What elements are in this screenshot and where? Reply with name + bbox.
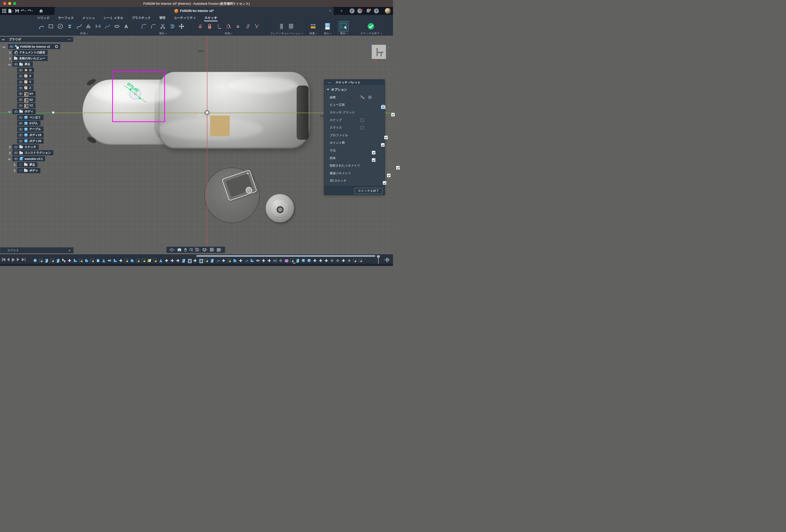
timeline-feature-icon[interactable] [102, 258, 106, 262]
option-control[interactable] [381, 106, 385, 109]
timeline-feature-icon[interactable] [261, 258, 265, 262]
visibility-eye-icon[interactable] [19, 104, 23, 107]
diameter-dimension[interactable]: Ø70.00 [113, 78, 153, 108]
browser-tree-row[interactable]: 原点 [0, 62, 60, 67]
orbit-icon[interactable]: ▾ [170, 248, 175, 252]
rectangle-tool-icon[interactable] [47, 22, 54, 30]
browser-tree-row[interactable]: FUISON for Interior v2 [0, 44, 60, 49]
ribbon-tab[interactable]: シート メタル [99, 16, 128, 20]
browser-tree-row[interactable]: YZ [0, 103, 60, 108]
ribbon-tab[interactable]: メッシュ [78, 16, 99, 20]
equal-constraint-icon[interactable] [234, 22, 242, 30]
browser-tree-row[interactable]: 名前の付いたビュー [0, 56, 60, 61]
finish-sketch-check-icon[interactable] [367, 22, 375, 30]
option-control[interactable] [391, 113, 393, 116]
measure-tool-icon[interactable] [309, 22, 317, 30]
browser-panel-header[interactable]: ◀◀ ブラウザ — [0, 37, 73, 42]
configure-feature-icon[interactable] [278, 22, 285, 30]
close-tab-icon[interactable]: × [329, 8, 331, 13]
create-group-label[interactable]: 作成 ▾ [80, 31, 88, 35]
timeline-feature-icon[interactable] [296, 258, 300, 262]
slot-tool-icon[interactable] [113, 22, 121, 30]
timeline-feature-icon[interactable] [119, 258, 123, 262]
project-geometry-icon[interactable] [66, 22, 73, 30]
save-icon[interactable] [14, 8, 20, 14]
visibility-eye-icon[interactable] [19, 69, 23, 71]
expand-collapse-arrow[interactable] [8, 63, 10, 65]
lock-constraint-icon[interactable] [206, 22, 213, 30]
expand-collapse-arrow[interactable] [13, 140, 15, 142]
finish-sketch-button[interactable]: スケッチを終了 [354, 188, 383, 194]
timeline-feature-icon[interactable] [319, 258, 323, 262]
option-control[interactable] [383, 181, 386, 185]
timeline-feature-icon[interactable] [136, 258, 140, 262]
comments-panel[interactable]: コメント + [0, 247, 74, 253]
timeline-feature-icon[interactable] [199, 258, 203, 262]
circle-tool-icon[interactable] [56, 22, 64, 30]
expand-collapse-arrow[interactable] [13, 116, 15, 118]
timeline-feature-icon[interactable] [330, 258, 334, 262]
timeline-feature-icon[interactable] [227, 258, 231, 262]
grid-display-icon[interactable]: ▾ [210, 248, 215, 252]
timeline-feature-icon[interactable] [33, 258, 37, 262]
timeline-feature-icon[interactable] [267, 258, 271, 262]
select-group-label[interactable]: 選択 ▾ [340, 31, 347, 35]
data-panel-grid-icon[interactable] [1, 8, 7, 14]
visibility-eye-icon[interactable] [19, 128, 23, 131]
viewcube-z-axis-label[interactable]: Z [368, 43, 370, 46]
visibility-eye-icon[interactable] [19, 75, 23, 77]
ribbon-tab[interactable]: ユーティリティ [170, 16, 200, 20]
minimize-palette-icon[interactable]: — [328, 82, 331, 84]
timeline-feature-icon[interactable] [233, 258, 237, 262]
visibility-eye-icon[interactable] [19, 92, 23, 95]
visibility-eye-icon[interactable] [14, 110, 18, 113]
viewcube-y-axis-label[interactable]: Y [388, 46, 390, 50]
move-copy-icon[interactable] [178, 22, 185, 30]
timeline-position-marker[interactable] [377, 255, 380, 264]
visibility-eye-icon[interactable] [14, 152, 18, 154]
timeline-feature-icon[interactable] [256, 258, 260, 262]
constraints-group-label[interactable]: 拘束 ▾ [225, 31, 232, 35]
arc-tool-icon[interactable] [38, 22, 45, 30]
timeline-feature-icon[interactable] [245, 258, 248, 262]
timeline-feature-icon[interactable] [279, 258, 283, 262]
parallel-constraint-icon[interactable] [244, 22, 251, 30]
timeline-feature-icon[interactable] [273, 258, 277, 262]
browser-tree-row[interactable]: コンストラクション [0, 150, 60, 155]
timeline-feature-icon[interactable] [73, 258, 77, 262]
timeline-feature-icon[interactable] [341, 258, 345, 262]
skip-to-end-button[interactable] [22, 258, 25, 261]
redo-icon[interactable]: ▾ [27, 8, 33, 14]
browser-tree-row[interactable]: Y [0, 79, 60, 85]
timeline-feature-icon[interactable] [307, 258, 311, 262]
timeline-feature-icon[interactable] [187, 258, 191, 262]
fix-constraint-icon[interactable] [196, 22, 204, 30]
ribbon-tab[interactable]: ソリッド [33, 16, 54, 20]
visibility-eye-icon[interactable] [19, 98, 23, 101]
timeline-feature-icon[interactable] [250, 258, 254, 262]
spline-tool-icon[interactable] [75, 22, 83, 30]
finish-sketch-group-label[interactable]: スケッチを終了 ▾ [360, 31, 382, 35]
expand-collapse-arrow[interactable] [13, 99, 15, 101]
visibility-eye-icon[interactable] [19, 80, 23, 84]
insert-group-label[interactable]: 挿入 ▾ [324, 31, 331, 35]
timeline-feature-icon[interactable] [124, 258, 129, 262]
option-control[interactable] [387, 174, 391, 177]
timeline-feature-icon[interactable] [50, 258, 54, 262]
window-zoom-caret[interactable]: ▾ [200, 249, 201, 251]
expand-collapse-arrow[interactable] [8, 51, 10, 53]
ribbon-tab[interactable]: プラスチック [128, 16, 155, 20]
expand-collapse-arrow[interactable] [13, 163, 15, 165]
timeline-feature-icon[interactable] [62, 258, 66, 262]
timeline-feature-icon[interactable] [284, 258, 288, 262]
job-status-icon[interactable] [357, 8, 363, 14]
ribbon-tab[interactable]: スケッチ [200, 16, 221, 20]
browser-tree-row[interactable]: ドキュメントの設定 [0, 50, 60, 55]
timeline-feature-icon[interactable] [96, 258, 100, 262]
origin-sketch-point[interactable] [205, 111, 209, 114]
vertical-horizontal-constraint-icon[interactable] [215, 22, 223, 30]
trim-scissors-icon[interactable] [159, 22, 166, 30]
ribbon-tab[interactable]: 管理 [155, 16, 170, 20]
timeline-feature-icon[interactable] [147, 258, 151, 262]
expand-collapse-arrow[interactable] [13, 128, 15, 130]
